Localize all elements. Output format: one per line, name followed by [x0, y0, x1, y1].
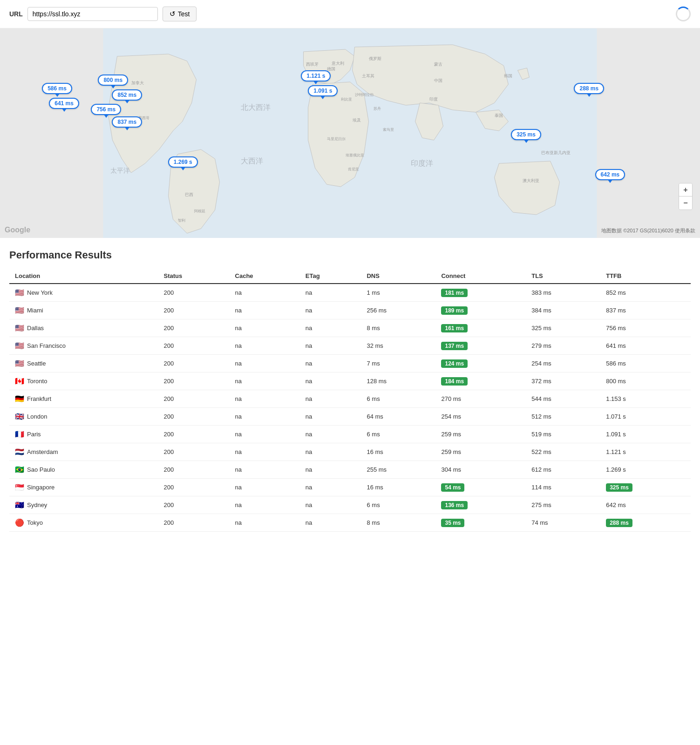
cell-ttfb: 837 ms: [600, 302, 691, 319]
cell-status: 200: [158, 443, 230, 461]
cell-tls: 254 ms: [526, 355, 600, 372]
test-button-label: Test: [178, 10, 190, 18]
pin-label-dallas: 756 ms: [91, 104, 121, 115]
connect-badge: 184 ms: [441, 377, 468, 386]
cell-etag: na: [300, 302, 361, 319]
col-cache: Cache: [230, 269, 300, 284]
cell-ttfb: 800 ms: [600, 372, 691, 390]
svg-text:太平洋: 太平洋: [110, 167, 130, 174]
col-etag: ETag: [300, 269, 361, 284]
cell-location: 🇺🇸 Dallas: [9, 319, 158, 337]
cell-connect: 184 ms: [435, 372, 526, 390]
connect-badge: 137 ms: [441, 342, 468, 350]
cell-ttfb: 288 ms: [600, 514, 691, 532]
flag-icon: 🇺🇸: [15, 341, 24, 350]
cell-status: 200: [158, 319, 230, 337]
zoom-out-button[interactable]: −: [679, 196, 692, 210]
cell-cache: na: [230, 479, 300, 496]
pin-arrow-seattle: [55, 94, 60, 97]
cell-dns: 255 ms: [361, 461, 435, 479]
table-row: 🇸🇬 Singapore 200 na na 16 ms 54 ms 114 m…: [9, 479, 691, 496]
cell-dns: 8 ms: [361, 514, 435, 532]
cell-etag: na: [300, 284, 361, 302]
cell-status: 200: [158, 355, 230, 372]
cell-dns: 16 ms: [361, 443, 435, 461]
pin-label-saopaulo: 1.269 s: [168, 156, 198, 168]
location-name: Miami: [27, 307, 43, 314]
cell-etag: na: [300, 408, 361, 426]
cell-location: 🇫🇷 Paris: [9, 426, 158, 443]
cell-tls: 512 ms: [526, 408, 600, 426]
cell-location: 🇺🇸 Miami: [9, 302, 158, 319]
zoom-in-button[interactable]: +: [679, 183, 692, 196]
cell-dns: 16 ms: [361, 479, 435, 496]
map-pin-amsterdam: 1.121 s: [301, 70, 331, 84]
test-button[interactable]: ↺ Test: [163, 7, 197, 21]
cell-ttfb: 641 ms: [600, 337, 691, 355]
cell-connect: 35 ms: [435, 514, 526, 532]
cell-location: 🇦🇺 Sydney: [9, 496, 158, 514]
connect-badge: 54 ms: [441, 483, 464, 492]
pin-label-singapore: 325 ms: [511, 129, 541, 140]
pin-arrow-amsterdam: [313, 81, 318, 84]
url-bar: URL ↺ Test: [0, 0, 700, 28]
cell-tls: 384 ms: [526, 302, 600, 319]
url-input[interactable]: [27, 7, 158, 21]
svg-text:巴布亚新几内亚: 巴布亚新几内亚: [541, 150, 571, 155]
ttfb-value: 1.269 s: [606, 466, 626, 473]
table-row: 🇺🇸 Seattle 200 na na 7 ms 124 ms 254 ms …: [9, 355, 691, 372]
svg-text:土耳其: 土耳其: [362, 74, 374, 78]
svg-text:阿根廷: 阿根廷: [194, 209, 205, 213]
map-svg: 北大西洋 大西洋 太平洋 印度洋 俄罗斯 蒙古 中国 韩国 印度 泰国 澳大利亚…: [0, 28, 700, 238]
cell-location: 🇬🇧 London: [9, 408, 158, 426]
svg-text:印度洋: 印度洋: [411, 159, 433, 167]
location-name: Amsterdam: [27, 448, 58, 455]
cell-ttfb: 852 ms: [600, 284, 691, 302]
cell-ttfb: 1.091 s: [600, 426, 691, 443]
ttfb-value: 1.091 s: [606, 431, 626, 438]
svg-text:肯尼亚: 肯尼亚: [348, 167, 359, 171]
cell-connect: 259 ms: [435, 443, 526, 461]
flag-icon: 🇺🇸: [15, 306, 24, 315]
svg-text:索马里: 索马里: [383, 128, 394, 132]
map-pin-singapore: 325 ms: [511, 129, 541, 143]
cell-location: 🇳🇱 Amsterdam: [9, 443, 158, 461]
ttfb-value: 586 ms: [606, 360, 626, 367]
connect-badge: 35 ms: [441, 519, 464, 527]
pin-arrow-sydney: [608, 180, 612, 183]
location-name: Paris: [27, 431, 41, 438]
cell-connect: 181 ms: [435, 284, 526, 302]
flag-icon: 🇳🇱: [15, 447, 24, 456]
location-name: Toronto: [27, 378, 47, 385]
map-zoom-controls: + −: [679, 183, 693, 210]
cell-status: 200: [158, 461, 230, 479]
cell-dns: 128 ms: [361, 372, 435, 390]
flag-icon: 🇺🇸: [15, 324, 24, 332]
svg-text:印度: 印度: [429, 97, 438, 102]
ttfb-value: 837 ms: [606, 307, 626, 314]
location-name: Frankfurt: [27, 395, 51, 402]
cell-status: 200: [158, 390, 230, 408]
pin-label-amsterdam: 1.121 s: [301, 70, 331, 81]
cell-status: 200: [158, 426, 230, 443]
cell-dns: 6 ms: [361, 426, 435, 443]
cell-ttfb: 1.121 s: [600, 443, 691, 461]
table-row: 🇺🇸 Dallas 200 na na 8 ms 161 ms 325 ms 7…: [9, 319, 691, 337]
table-row: 🔴 Tokyo 200 na na 8 ms 35 ms 74 ms 288 m…: [9, 514, 691, 532]
cell-ttfb: 325 ms: [600, 479, 691, 496]
results-table: Location Status Cache ETag DNS Connect T…: [9, 269, 691, 532]
pin-label-toronto: 800 ms: [98, 74, 128, 86]
cell-cache: na: [230, 337, 300, 355]
pin-arrow-dallas: [104, 115, 109, 118]
cell-tls: 275 ms: [526, 496, 600, 514]
cell-status: 200: [158, 372, 230, 390]
cell-cache: na: [230, 496, 300, 514]
col-dns: DNS: [361, 269, 435, 284]
cell-status: 200: [158, 479, 230, 496]
cell-cache: na: [230, 284, 300, 302]
table-row: 🇧🇷 Sao Paulo 200 na na 255 ms 304 ms 612…: [9, 461, 691, 479]
connect-badge: 181 ms: [441, 289, 468, 297]
svg-text:沙特阿拉伯: 沙特阿拉伯: [355, 93, 374, 97]
cell-etag: na: [300, 514, 361, 532]
pin-arrow-tokyo: [587, 94, 591, 97]
